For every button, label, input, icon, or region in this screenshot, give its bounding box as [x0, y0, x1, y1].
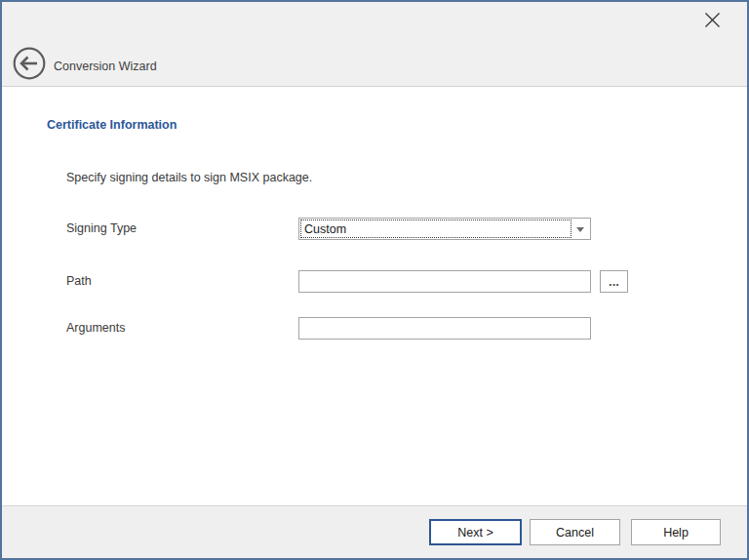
page-description: Specify signing details to sign MSIX pac…	[66, 171, 312, 184]
path-input[interactable]	[298, 270, 591, 293]
cancel-button[interactable]: Cancel	[530, 519, 620, 545]
signing-type-combobox[interactable]: Custom	[298, 218, 591, 240]
back-arrow-icon	[13, 68, 46, 83]
wizard-header: Conversion Wizard	[2, 2, 747, 87]
next-button[interactable]: Next >	[429, 519, 522, 545]
wizard-page-certificate-information: Certificate Information Specify signing …	[2, 88, 747, 505]
arguments-label: Arguments	[66, 317, 125, 340]
chevron-down-icon	[576, 227, 584, 232]
wizard-title: Conversion Wizard	[54, 60, 157, 74]
browse-button[interactable]: ...	[600, 270, 628, 293]
signing-type-value: Custom	[301, 222, 346, 236]
arguments-input[interactable]	[298, 317, 591, 340]
wizard-footer: Next > Cancel Help	[2, 505, 747, 558]
close-button[interactable]	[699, 9, 725, 34]
conversion-wizard-dialog: Conversion Wizard Certificate Informatio…	[0, 0, 749, 560]
signing-type-label: Signing Type	[66, 218, 137, 240]
help-button[interactable]: Help	[631, 519, 721, 545]
path-label: Path	[66, 270, 92, 293]
combobox-focus-rect: Custom	[301, 220, 571, 237]
page-title: Certificate Information	[47, 118, 177, 132]
back-button[interactable]	[13, 47, 46, 80]
close-icon	[704, 12, 721, 31]
